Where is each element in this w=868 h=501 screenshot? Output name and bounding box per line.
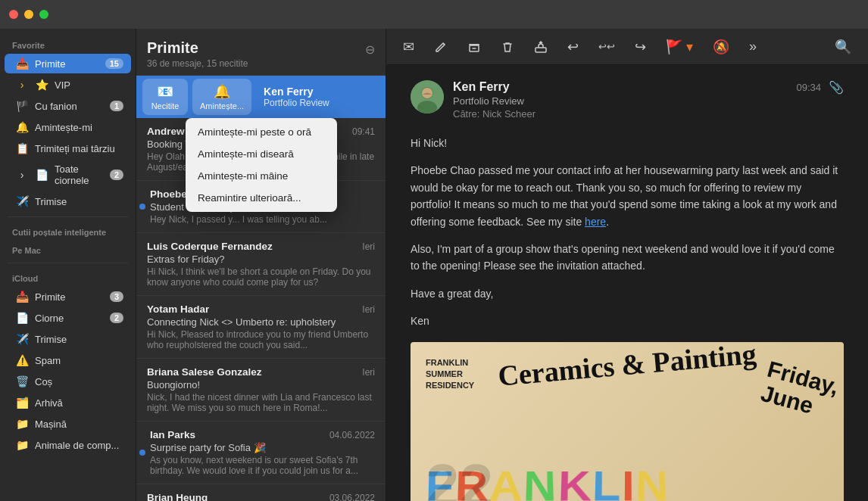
email-paragraph1: Phoebe Chao passed me your contact info … xyxy=(411,162,844,230)
email-paragraph2: Also, I'm part of a group show that's op… xyxy=(411,241,844,275)
sidebar-item-vip[interactable]: › ⭐ VIP xyxy=(5,75,131,95)
message-list-header: Primite 36 de mesaje, 15 necitite ⊖ xyxy=(136,29,386,76)
sidebar-label: Animale de comp... xyxy=(35,440,123,451)
notif-btn-label2: Amintește... xyxy=(200,101,244,110)
filter-icon[interactable]: ⊖ xyxy=(365,42,375,57)
forward-button[interactable]: ↪ xyxy=(630,36,651,58)
close-button[interactable] xyxy=(9,10,18,19)
more-button[interactable]: » xyxy=(745,36,761,58)
sidebar-section-mac: Pe Mac xyxy=(0,240,136,258)
email-greeting: Hi Nick! xyxy=(411,135,844,151)
aminteste-button[interactable]: 🔔 Amintește... xyxy=(192,79,251,115)
compose-button[interactable] xyxy=(429,37,452,57)
trash-icon xyxy=(501,40,514,54)
message-item-briana[interactable]: Briana Salese Gonzalez Ieri Buongiorno! … xyxy=(136,359,386,422)
msg-sender: Luis Coderque Fernandez xyxy=(147,241,273,252)
move-button[interactable] xyxy=(529,37,552,57)
sidebar-divider-2 xyxy=(8,263,128,263)
message-item-luis[interactable]: Luis Coderque Fernandez Ieri Extras for … xyxy=(136,233,386,296)
email-body: Hi Nick! Phoebe Chao passed me your cont… xyxy=(411,135,844,330)
sidebar: Favorite 📥 Primite 15 › ⭐ VIP 🏴 Cu fanio… xyxy=(0,29,136,501)
fullscreen-button[interactable] xyxy=(39,10,48,19)
flag-button[interactable]: 🚩 ▾ xyxy=(661,36,698,58)
to-name: Nick Scheer xyxy=(482,108,535,120)
sidebar-item-arhiva[interactable]: 🗂️ Arhivă xyxy=(5,393,131,412)
sidebar-item-animale[interactable]: 📁 Animale de comp... xyxy=(5,435,131,455)
sidebar-item-aminteste[interactable]: 🔔 Amintește-mi xyxy=(5,117,131,137)
inbox-icon: 📥 xyxy=(15,58,29,70)
trash-button[interactable] xyxy=(496,37,519,57)
remind-hour-item[interactable]: Amintește-mi peste o oră xyxy=(186,121,337,143)
sidebar-item-spam[interactable]: ⚠️ Spam xyxy=(5,350,131,370)
drafts-chevron-icon: › xyxy=(15,169,29,181)
avatar-image xyxy=(411,80,444,114)
invitation-image: FRANKLINSUMMERRESIDENCY Ceramics & Paint… xyxy=(411,342,844,501)
msg-time: Ieri xyxy=(362,367,375,378)
unread-icon: 📧 xyxy=(157,83,173,100)
email-viewer: Ken Ferry Portfolio Review Către: Nick S… xyxy=(386,65,868,501)
mute-button[interactable]: 🔕 xyxy=(708,36,734,58)
message-item-yotam[interactable]: Yotam Hadar Ieri Connecting Nick <> Umbe… xyxy=(136,296,386,359)
necitite-button[interactable]: 📧 Necitite xyxy=(142,79,188,115)
ceramics-painting-text: Ceramics & Painting xyxy=(497,342,757,393)
sidebar-item-trimise[interactable]: ✈️ Trimise xyxy=(5,191,131,211)
msg-subject: Extras for Friday? xyxy=(147,254,375,265)
msg-sender: Briana Salese Gonzalez xyxy=(147,366,262,378)
message-item-brian[interactable]: Brian Heung 03.06.2022 Book cover? Hi Ni… xyxy=(136,484,386,501)
msg-preview: Hi Nick, I think we'll be short a couple… xyxy=(147,266,375,288)
email-from-name: Ken Ferry xyxy=(453,80,787,94)
sidebar-item-masina[interactable]: 📁 Mașină xyxy=(5,414,131,434)
message-item-ian[interactable]: Ian Parks 04.06.2022 Surprise party for … xyxy=(136,422,386,484)
sidebar-item-ciorne[interactable]: 📄 Ciorne 2 xyxy=(5,308,131,328)
send-later-icon: 📋 xyxy=(15,142,29,154)
remind-tonight-item[interactable]: Amintește-mi diseară xyxy=(186,143,337,165)
search-button[interactable]: 🔍 xyxy=(830,36,856,58)
sidebar-label: Amintește-mi xyxy=(35,122,123,133)
mailbox-title: Primite xyxy=(147,39,248,57)
sidebar-label: Primite xyxy=(35,58,99,70)
sidebar-label: Cu fanion xyxy=(35,101,104,112)
main-content: ✉ xyxy=(386,29,868,501)
remind-tomorrow-item[interactable]: Amintește-mi mâine xyxy=(186,165,337,187)
to-label: Către: xyxy=(453,108,482,120)
email-link[interactable]: here xyxy=(585,216,606,228)
email-p1-text: Phoebe Chao passed me your contact info … xyxy=(411,164,838,227)
star-icon: ⭐ xyxy=(35,79,48,91)
email-signature: Ken xyxy=(411,313,844,329)
sidebar-item-cu-fanion[interactable]: 🏴 Cu fanion 1 xyxy=(5,96,131,116)
msg-sender: Ian Parks xyxy=(150,429,195,440)
sidebar-section-favorite: Favorite xyxy=(0,35,136,53)
msg-time: Ieri xyxy=(362,241,375,252)
reply-button[interactable]: ↩ xyxy=(563,36,583,58)
msg-preview: As you know, next weekend is our sweet S… xyxy=(150,455,375,476)
email-header: Ken Ferry Portfolio Review Către: Nick S… xyxy=(411,80,844,120)
new-message-button[interactable]: ✉ xyxy=(398,36,419,58)
sidebar-divider xyxy=(8,216,128,217)
reminder-icon: 🔔 xyxy=(15,121,29,133)
sidebar-label: Toate ciornele xyxy=(55,163,104,186)
sidebar-item-trimite-tarziu[interactable]: 📋 Trimiteți mai târziu xyxy=(5,138,131,158)
sidebar-item-trimise-icloud[interactable]: ✈️ Trimise xyxy=(5,329,131,349)
ken-ferry-banner[interactable]: Ken Ferry Portfolio Review xyxy=(256,79,379,114)
email-time: 09:34 xyxy=(796,82,821,93)
sidebar-item-cos[interactable]: 🗑️ Coș xyxy=(5,372,131,391)
email-closing: Have a great day, xyxy=(411,285,844,302)
email-meta: Ken Ferry Portfolio Review Către: Nick S… xyxy=(453,80,787,120)
sidebar-label: Spam xyxy=(35,355,123,366)
sidebar-item-primite-fav[interactable]: 📥 Primite 15 xyxy=(5,54,131,73)
archive-icon xyxy=(467,40,481,54)
sidebar-item-primite-icloud[interactable]: 📥 Primite 3 xyxy=(5,287,131,307)
msg-time: 09:41 xyxy=(352,126,375,137)
minimize-button[interactable] xyxy=(24,10,33,19)
remind-later-item[interactable]: Reamintire ulterioară... xyxy=(186,187,337,209)
sidebar-item-toate-ciornele[interactable]: › 📄 Toate ciornele 2 xyxy=(5,160,131,190)
sent-icloud-icon: ✈️ xyxy=(15,333,29,345)
svg-rect-2 xyxy=(535,48,546,52)
title-bar xyxy=(0,0,868,29)
drafts-icon: 📄 xyxy=(35,169,48,181)
reply-all-button[interactable]: ↩↩ xyxy=(594,38,620,55)
archive-button[interactable] xyxy=(463,37,486,57)
sidebar-label: Trimise xyxy=(35,334,123,345)
mailbox-subtitle: 36 de mesaje, 15 necitite xyxy=(147,58,248,69)
sender-avatar xyxy=(411,80,444,114)
